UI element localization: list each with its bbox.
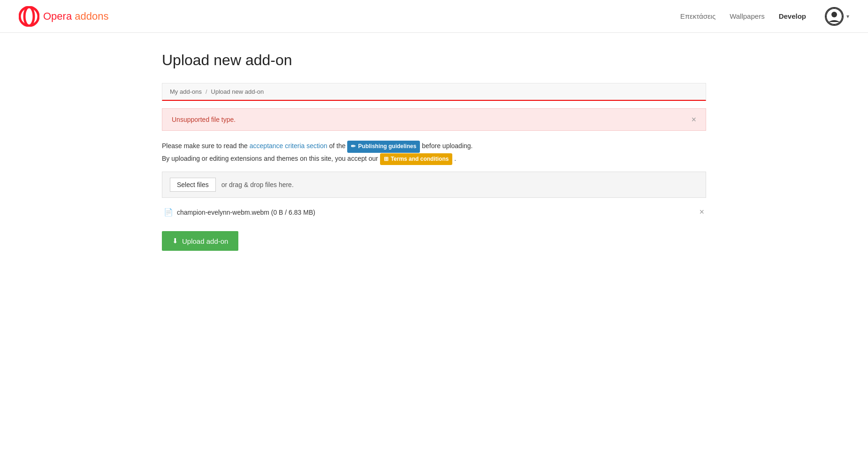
error-banner: Unsupported file type. × — [162, 108, 706, 131]
file-info: 📄 champion-evelynn-webm.webm (0 B / 6.83… — [164, 208, 315, 217]
pencil-icon: ✏ — [351, 142, 356, 152]
upload-icon: ⬇ — [172, 237, 178, 245]
avatar — [825, 7, 844, 26]
info-line2-post: . — [454, 155, 456, 162]
svg-point-1 — [24, 7, 34, 26]
nav-develop[interactable]: Develop — [779, 12, 806, 20]
breadcrumb-separator: / — [206, 88, 207, 95]
error-text: Unsupported file type. — [172, 116, 236, 123]
terms-icon: ⊞ — [384, 154, 388, 165]
header: Opera addons Επεκτάσεις Wallpapers Devel… — [0, 0, 868, 33]
file-icon: 📄 — [164, 208, 173, 217]
info-line1: Please make sure to read the acceptance … — [162, 140, 706, 153]
upload-addon-button[interactable]: ⬇ Upload add-on — [162, 231, 238, 251]
upload-zone: Select files or drag & drop files here. — [162, 172, 706, 198]
info-line2-pre: By uploading or editing extensions and t… — [162, 155, 378, 162]
svg-point-0 — [20, 7, 38, 26]
logo-link[interactable]: Opera addons — [19, 6, 108, 27]
terms-conditions-label: Terms and conditions — [391, 154, 449, 165]
info-line1-post: before uploading. — [422, 142, 472, 150]
page-title: Upload new add-on — [162, 52, 706, 69]
nav-extensions[interactable]: Επεκτάσεις — [680, 12, 716, 20]
main-content: Upload new add-on My add-ons / Upload ne… — [152, 33, 716, 270]
breadcrumb-my-addons[interactable]: My add-ons — [170, 88, 202, 95]
file-entry: 📄 champion-evelynn-webm.webm (0 B / 6.83… — [162, 204, 706, 220]
acceptance-criteria-link[interactable]: acceptance criteria section — [250, 142, 327, 150]
main-nav: Επεκτάσεις Wallpapers Develop — [680, 12, 806, 20]
breadcrumb-current: Upload new add-on — [211, 88, 264, 95]
svg-point-3 — [831, 12, 837, 17]
select-files-button[interactable]: Select files — [170, 178, 216, 192]
user-menu[interactable]: ▾ — [825, 7, 849, 26]
chevron-down-icon: ▾ — [846, 13, 849, 20]
drag-drop-text: or drag & drop files here. — [221, 181, 294, 188]
file-remove-button[interactable]: × — [699, 207, 704, 217]
nav-wallpapers[interactable]: Wallpapers — [730, 12, 764, 20]
info-line2: By uploading or editing extensions and t… — [162, 153, 706, 165]
logo-addons: addons — [75, 10, 108, 22]
upload-addon-label: Upload add-on — [182, 237, 228, 245]
publishing-guidelines-label: Publishing guidelines — [358, 142, 416, 152]
breadcrumb: My add-ons / Upload new add-on — [170, 88, 698, 95]
breadcrumb-area: My add-ons / Upload new add-on — [162, 83, 706, 101]
opera-logo-icon — [19, 6, 39, 27]
info-line1-pre: Please make sure to read the — [162, 142, 248, 150]
avatar-icon — [826, 8, 843, 25]
publishing-guidelines-badge[interactable]: ✏ Publishing guidelines — [347, 141, 420, 153]
file-name: champion-evelynn-webm.webm (0 B / 6.83 M… — [177, 209, 315, 216]
info-section: Please make sure to read the acceptance … — [162, 140, 706, 165]
logo-text: Opera addons — [43, 10, 108, 23]
info-line1-mid: of the — [329, 142, 347, 150]
terms-conditions-badge[interactable]: ⊞ Terms and conditions — [380, 153, 453, 165]
logo-opera: Opera — [43, 10, 72, 22]
error-close-button[interactable]: × — [691, 115, 696, 124]
